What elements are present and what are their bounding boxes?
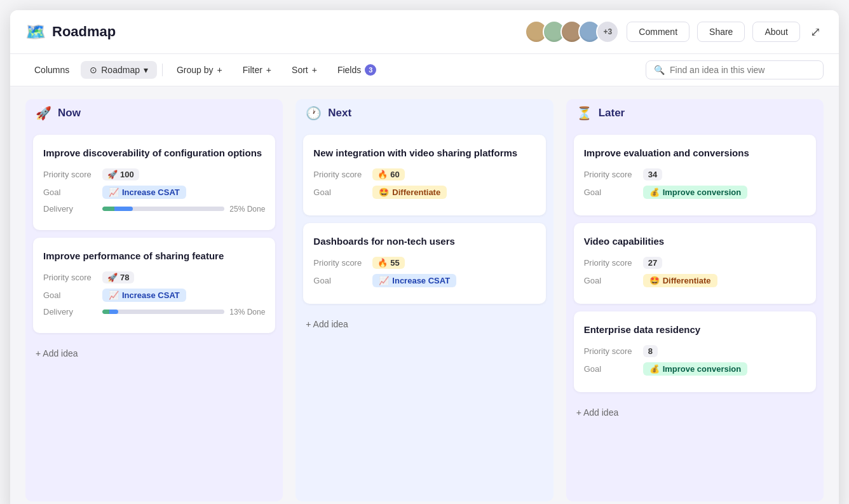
goal-value: Differentiate [663,276,711,285]
card-title: Dashboards for non-tech users [313,235,535,248]
card-goal-field: Goal 📈 Increase CSAT [43,186,265,199]
card-priority-field: Priority score 27 [584,257,806,269]
fields-label: Fields [337,65,361,75]
app-icon: 🗺️ [25,22,46,42]
column-now: 🚀 Now Improve discoverability of configu… [25,99,283,501]
goal-label: Goal [584,276,638,285]
goal-icon: 🤩 [649,276,660,285]
card-priority-field: Priority score 🚀 100 [43,168,265,180]
progress-fill [102,207,133,211]
avatar-group: +3 [525,20,619,43]
card-priority-field: Priority score 🔥 55 [313,257,535,269]
column-next-body: New integration with video sharing platf… [295,127,553,501]
goal-label: Goal [313,187,367,197]
score-badge: 🔥 60 [372,168,404,180]
header: 🗺️ Roadmap +3 Comment Share About ⤢ [10,10,839,54]
goal-icon: 🤩 [379,187,389,197]
card: Video capabilities Priority score 27 Goa… [574,223,816,304]
toolbar-divider [162,64,163,76]
avatar-extra: +3 [596,20,619,43]
comment-button[interactable]: Comment [627,22,689,42]
fields-button[interactable]: Fields 3 [329,60,385,79]
column-now-icon: 🚀 [36,106,51,121]
score-value: 27 [648,258,657,268]
sort-button[interactable]: Sort + [283,61,326,79]
progress-bar [102,310,224,314]
card: Improve evaluation and conversions Prior… [574,135,816,215]
add-idea-button-next[interactable]: + Add idea [303,311,545,337]
search-input[interactable] [670,65,815,75]
card-delivery-field: Delivery 25% Done [43,204,265,214]
score-icon: 🔥 [377,170,388,179]
goal-icon: 💰 [649,187,660,197]
group-by-plus-icon: + [217,65,222,75]
filter-button[interactable]: Filter + [234,61,280,79]
priority-label: Priority score [584,170,638,179]
progress-label: 13% Done [229,308,265,317]
score-badge: 8 [643,345,658,357]
share-button[interactable]: Share [697,22,745,42]
score-icon: 🚀 [107,170,118,179]
card-title: Enterprise data residency [584,323,806,336]
card-delivery-field: Delivery 13% Done [43,307,265,317]
roadmap-chevron-icon: ▾ [144,65,148,75]
card-priority-field: Priority score 🔥 60 [313,168,535,180]
filter-label: Filter [243,65,262,75]
columns-label: Columns [34,65,69,75]
card: Improve performance of sharing feature P… [33,238,275,333]
card-title: Improve discoverability of configuration… [43,146,265,160]
search-icon: 🔍 [654,65,665,75]
goal-value: Increase CSAT [122,290,180,300]
columns-button[interactable]: Columns [25,61,78,79]
board: 🚀 Now Improve discoverability of configu… [10,86,839,504]
about-button[interactable]: About [752,22,800,42]
score-icon: 🚀 [107,273,118,282]
score-value: 60 [390,170,399,179]
card-priority-field: Priority score 34 [584,168,806,180]
column-now-body: Improve discoverability of configuration… [25,127,283,501]
group-by-button[interactable]: Group by + [168,61,231,79]
group-by-label: Group by [177,65,214,75]
card-goal-field: Goal 💰 Improve conversion [584,186,806,199]
card-goal-field: Goal 💰 Improve conversion [584,362,806,376]
card-title: Improve evaluation and conversions [584,146,806,160]
header-right: +3 Comment Share About ⤢ [525,20,824,43]
goal-badge: 📈 Increase CSAT [372,274,456,287]
card-goal-field: Goal 🤩 Differentiate [584,274,806,287]
priority-label: Priority score [584,346,638,356]
column-later-title: Later [599,107,625,119]
score-value: 34 [648,170,657,179]
roadmap-icon: ⊙ [90,65,97,75]
goal-icon: 💰 [649,364,660,374]
card-goal-field: Goal 📈 Increase CSAT [43,289,265,302]
card-title: Improve performance of sharing feature [43,249,265,262]
expand-button[interactable]: ⤢ [808,22,824,42]
progress-label: 25% Done [229,205,265,214]
toolbar: Columns ⊙ Roadmap ▾ Group by + Filter + … [10,54,839,86]
delivery-label: Delivery [43,204,97,214]
goal-icon: 📈 [379,276,389,285]
add-idea-button-later[interactable]: + Add idea [574,400,816,425]
score-value: 55 [390,258,399,268]
score-icon: 🔥 [377,258,388,268]
add-idea-button-now[interactable]: + Add idea [33,341,275,366]
priority-label: Priority score [313,170,367,179]
app-title: Roadmap [52,24,116,40]
score-badge: 🔥 55 [372,257,404,269]
roadmap-button[interactable]: ⊙ Roadmap ▾ [81,61,157,79]
card-title: Video capabilities [584,235,806,248]
column-next: 🕐 Next New integration with video sharin… [295,99,553,501]
header-left: 🗺️ Roadmap [25,22,116,42]
card-title: New integration with video sharing platf… [313,146,535,160]
card-priority-field: Priority score 🚀 78 [43,271,265,283]
column-next-header: 🕐 Next [295,99,553,127]
app-window: 🗺️ Roadmap +3 Comment Share About ⤢ Colu… [10,10,839,504]
goal-label: Goal [43,187,97,197]
goal-label: Goal [584,364,638,374]
card-goal-field: Goal 🤩 Differentiate [313,186,535,199]
column-next-icon: 🕐 [306,106,322,121]
search-container: 🔍 [646,60,824,79]
roadmap-label: Roadmap [101,65,140,75]
goal-badge: 🤩 Differentiate [372,186,447,199]
card: Enterprise data residency Priority score… [574,311,816,392]
